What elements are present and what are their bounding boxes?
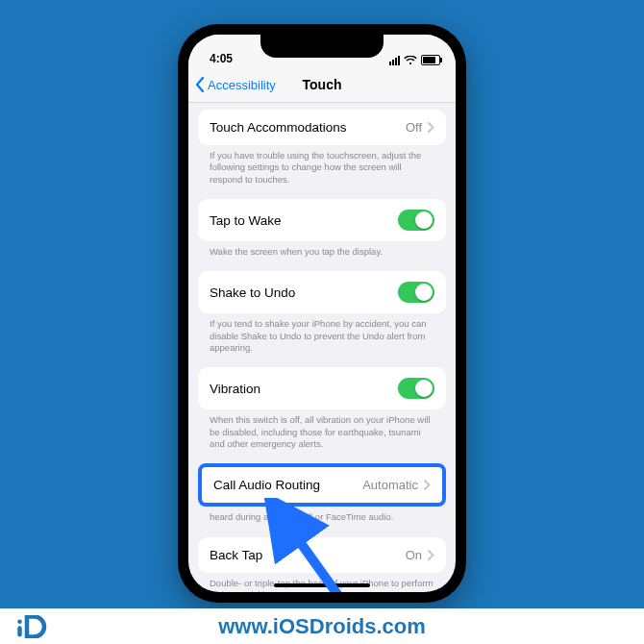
row-label: Vibration [210, 382, 260, 396]
row-label: Touch Accommodations [210, 120, 347, 135]
row-label: Back Tap [210, 548, 262, 562]
back-button[interactable]: Accessibility [194, 67, 276, 102]
notch [260, 35, 384, 58]
row-label: Call Audio Routing [213, 478, 320, 492]
row-touch-accommodations[interactable]: Touch Accommodations Off [198, 110, 446, 145]
phone-frame: 4:05 Accessibility Touch Touch Accommoda… [178, 24, 466, 603]
status-indicators [389, 55, 440, 65]
row-value: Off [406, 120, 422, 135]
row-call-audio-routing[interactable]: Call Audio Routing Automatic [202, 467, 442, 503]
chevron-left-icon [194, 77, 206, 92]
wifi-icon [404, 56, 417, 65]
toggle-on[interactable] [398, 210, 434, 231]
toggle-on[interactable] [398, 282, 434, 303]
chevron-right-icon [428, 122, 434, 133]
brand-strip: www.iOSDroids.com [0, 608, 644, 644]
highlight-annotation: Call Audio Routing Automatic [198, 463, 446, 507]
row-footer: If you have trouble using the touchscree… [198, 145, 446, 189]
row-label: Shake to Undo [210, 285, 295, 300]
battery-icon [421, 55, 440, 65]
row-footer: When this switch is off, all vibration o… [198, 409, 446, 454]
home-indicator [274, 583, 370, 587]
row-footer: If you tend to shake your iPhone by acci… [198, 313, 446, 358]
nav-bar: Accessibility Touch [188, 67, 456, 103]
row-value: On [406, 548, 422, 562]
row-footer: Double- or triple-tap the back of your i… [198, 573, 446, 592]
chevron-right-icon [428, 550, 434, 560]
row-footer: heard during a phone call or FaceTime au… [198, 507, 446, 527]
row-footer: Wake the screen when you tap the display… [198, 241, 446, 261]
row-value: Automatic [362, 478, 418, 492]
signal-icon [389, 56, 400, 65]
status-time: 4:05 [210, 52, 233, 65]
row-shake-to-undo[interactable]: Shake to Undo [198, 271, 446, 313]
chevron-right-icon [424, 480, 431, 490]
row-vibration[interactable]: Vibration [198, 367, 446, 409]
toggle-on[interactable] [398, 378, 434, 399]
brand-logo [15, 608, 50, 644]
back-label: Accessibility [208, 78, 276, 92]
settings-list[interactable]: Touch Accommodations Off If you have tro… [188, 102, 456, 592]
brand-url: www.iOSDroids.com [218, 614, 426, 639]
svg-point-1 [17, 619, 22, 624]
row-back-tap[interactable]: Back Tap On [198, 537, 446, 573]
row-tap-to-wake[interactable]: Tap to Wake [198, 199, 446, 241]
screen: 4:05 Accessibility Touch Touch Accommoda… [188, 35, 456, 592]
svg-rect-2 [17, 626, 22, 636]
row-label: Tap to Wake [210, 213, 282, 228]
